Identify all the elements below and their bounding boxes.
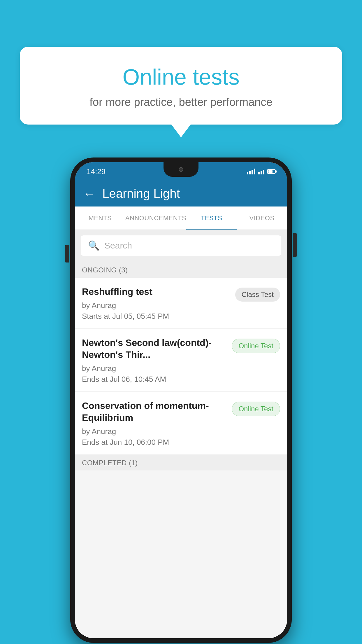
wifi-icon xyxy=(247,169,255,174)
test-name-1: Reshuffling test xyxy=(82,286,229,298)
test-item-content-2: Newton's Second law(contd)-Newton's Thir… xyxy=(82,337,226,384)
camera-icon xyxy=(179,167,183,172)
search-input[interactable]: Search xyxy=(104,241,132,251)
search-bar[interactable]: 🔍 Search xyxy=(81,235,281,256)
test-list: Reshuffling test by Anurag Starts at Jul… xyxy=(75,278,287,455)
test-name-3: Conservation of momentum-Equilibrium xyxy=(82,400,226,424)
completed-section-header: COMPLETED (1) xyxy=(75,455,287,470)
battery-icon xyxy=(267,169,275,174)
completed-section-title: COMPLETED (1) xyxy=(82,459,138,467)
phone-notch xyxy=(164,162,198,177)
test-item-conservation[interactable]: Conservation of momentum-Equilibrium by … xyxy=(75,392,287,455)
test-name-2: Newton's Second law(contd)-Newton's Thir… xyxy=(82,337,226,361)
content-area: 🔍 Search ONGOING (3) Reshuffling test by… xyxy=(75,230,287,638)
signal-icon xyxy=(258,169,264,174)
test-item-content-1: Reshuffling test by Anurag Starts at Jul… xyxy=(82,286,229,321)
test-item-content-3: Conservation of momentum-Equilibrium by … xyxy=(82,400,226,447)
test-by-3: by Anurag xyxy=(82,427,226,436)
tab-bar: MENTS ANNOUNCEMENTS TESTS VIDEOS xyxy=(75,206,287,230)
test-badge-2: Online Test xyxy=(232,339,280,353)
test-date-3: Ends at Jun 10, 06:00 PM xyxy=(82,438,226,447)
phone-outer-frame: 14:29 xyxy=(70,158,292,643)
tab-announcements[interactable]: ANNOUNCEMENTS xyxy=(125,206,186,230)
bubble-title: Online tests xyxy=(34,64,328,90)
ongoing-section-header: ONGOING (3) xyxy=(75,261,287,278)
phone-device: 14:29 xyxy=(70,158,292,643)
app-bar-title: Learning Light xyxy=(102,187,180,201)
test-item-newton[interactable]: Newton's Second law(contd)-Newton's Thir… xyxy=(75,329,287,392)
promo-bubble: Online tests for more practice, better p… xyxy=(20,47,342,125)
phone-screen: 14:29 xyxy=(75,162,287,638)
test-badge-1: Class Test xyxy=(235,288,280,302)
test-date-1: Starts at Jul 05, 05:45 PM xyxy=(82,312,229,321)
test-date-2: Ends at Jul 06, 10:45 AM xyxy=(82,375,226,384)
test-by-1: by Anurag xyxy=(82,301,229,310)
test-badge-3: Online Test xyxy=(232,402,280,416)
tab-ments[interactable]: MENTS xyxy=(75,206,125,230)
back-button[interactable]: ← xyxy=(83,187,95,201)
tab-tests[interactable]: TESTS xyxy=(186,206,237,230)
ongoing-section-title: ONGOING (3) xyxy=(82,266,128,274)
tab-videos[interactable]: VIDEOS xyxy=(237,206,287,230)
test-item-reshuffling[interactable]: Reshuffling test by Anurag Starts at Jul… xyxy=(75,278,287,329)
status-bar: 14:29 xyxy=(75,162,287,181)
status-time: 14:29 xyxy=(87,167,106,176)
bubble-subtitle: for more practice, better performance xyxy=(34,96,328,108)
status-icons xyxy=(247,169,275,174)
test-by-2: by Anurag xyxy=(82,364,226,373)
search-container: 🔍 Search xyxy=(75,230,287,261)
search-icon: 🔍 xyxy=(88,240,100,251)
app-bar: ← Learning Light xyxy=(75,181,287,206)
